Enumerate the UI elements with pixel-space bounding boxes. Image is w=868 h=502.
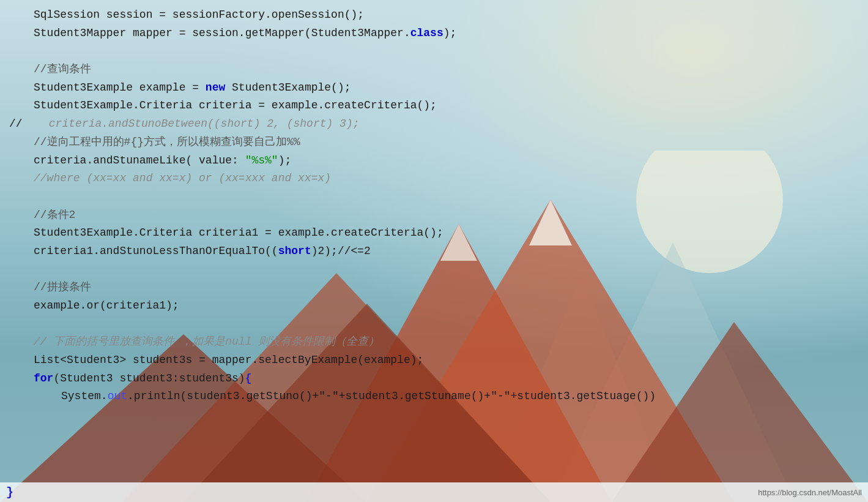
code-line: // 下面的括号里放查询条件 ，如果是null 则没有条件限制（全查） <box>6 333 868 351</box>
url-text: https://blog.csdn.net/MoastAll <box>758 488 862 497</box>
code-line <box>6 315 868 334</box>
code-line: SqlSession session = sessionFactory.open… <box>6 6 868 24</box>
code-container: SqlSession session = sessionFactory.open… <box>0 0 868 502</box>
code-line: criteria.andStunameLike( value: "%s%"); <box>6 152 868 170</box>
closing-brace: } <box>6 485 13 500</box>
bottom-bar: } https://blog.csdn.net/MoastAll <box>0 482 868 502</box>
code-line: Student3Example.Criteria criteria1 = exa… <box>6 224 868 242</box>
code-line: example.or(criteria1); <box>6 297 868 315</box>
code-line: //逆向工程中用的#{}方式，所以模糊查询要自己加%% <box>6 133 868 152</box>
code-line: for(Student3 student3:student3s){ <box>6 370 868 388</box>
code-line: //拼接条件 <box>6 279 868 297</box>
code-line <box>6 261 868 279</box>
code-line: //条件2 <box>6 206 868 225</box>
code-line <box>6 188 868 206</box>
code-line: //查询条件 <box>6 61 868 79</box>
code-line: // criteria.andStunoBetween((short) 2, (… <box>6 115 868 133</box>
code-line: //where (xx=xx and xx=x) or (xx=xxx and … <box>6 170 868 188</box>
code-line: System.out.println(student3.getStuno()+"… <box>6 388 868 406</box>
code-block: SqlSession session = sessionFactory.open… <box>0 0 868 412</box>
code-line: List<Student3> student3s = mapper.select… <box>6 351 868 370</box>
code-line: Student3Example.Criteria criteria = exam… <box>6 97 868 115</box>
code-line <box>6 42 868 61</box>
code-line: Student3Example example = new Student3Ex… <box>6 79 868 97</box>
code-line: criteria1.andStunoLessThanOrEqualTo((sho… <box>6 242 868 261</box>
code-line: Student3Mapper mapper = session.getMappe… <box>6 24 868 43</box>
